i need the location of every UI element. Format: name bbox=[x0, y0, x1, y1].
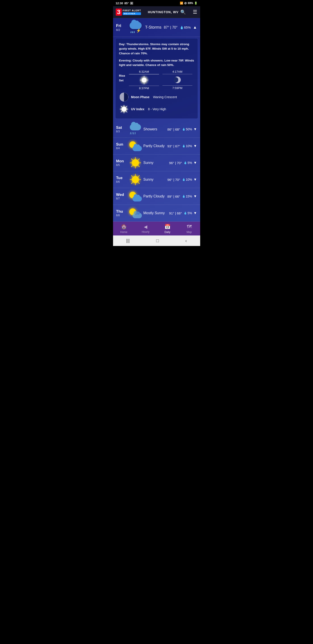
moon-icon bbox=[174, 76, 181, 84]
forecast-temps: 91° | 68° bbox=[169, 211, 182, 215]
map-icon: 🗺 bbox=[187, 224, 192, 230]
forecast-condition: Mostly Sunny bbox=[143, 211, 169, 215]
header-location: HUNTINGTON, WV 🔍 bbox=[148, 10, 186, 15]
sun-icon bbox=[140, 76, 148, 84]
precip-icon: 💧 bbox=[182, 144, 185, 148]
forecast-day-date: 8/5 bbox=[116, 164, 127, 166]
svg-line-5 bbox=[126, 111, 127, 112]
uv-sun-icon bbox=[120, 105, 128, 113]
forecast-temps: 96° | 70° bbox=[167, 178, 180, 182]
expand-chevron[interactable]: ▼ bbox=[194, 127, 197, 131]
forecast-day-info: Sun 8/4 bbox=[116, 142, 127, 150]
location-text: HUNTINGTON, WV bbox=[148, 10, 179, 14]
forecast-row[interactable]: Thu 8/8 Mostly Sunny 91° | 68° 💧 5% ▼ bbox=[113, 205, 200, 222]
forecast-day-date: 8/3 bbox=[116, 130, 127, 133]
sun-rays-svg bbox=[130, 174, 141, 185]
precip-value: 15% bbox=[186, 194, 192, 198]
precip-icon: 💧 bbox=[182, 178, 185, 181]
forecast-row[interactable]: Mon 8/5 Sunny 96° | 70° 💧 bbox=[113, 154, 200, 171]
rain-line bbox=[135, 132, 136, 134]
sun-rays-svg bbox=[130, 157, 141, 168]
precip-value: 5% bbox=[187, 161, 192, 164]
forecast-row[interactable]: Sat 8/3 Showers 86° | 68° 💧 50% ▼ bbox=[113, 121, 200, 138]
cloud-front bbox=[132, 146, 142, 151]
forecast-day-name: Thu bbox=[116, 209, 127, 214]
forecast-precip: 💧 15% bbox=[182, 194, 192, 198]
sun-moon-section: Rise Set 6:32AM bbox=[119, 70, 194, 90]
expand-chevron[interactable]: ▼ bbox=[194, 194, 197, 198]
moon-divider-top bbox=[162, 74, 192, 74]
home-button[interactable]: □ bbox=[156, 238, 159, 243]
nav-hourly[interactable]: ◀ Hourly bbox=[135, 224, 157, 234]
forecast-day-name: Sat bbox=[116, 126, 127, 130]
collapse-chevron[interactable]: ▲ bbox=[193, 25, 197, 30]
svg-line-7 bbox=[121, 111, 122, 112]
day-description-text: Thunderstorms. Storms may contain strong… bbox=[119, 42, 189, 55]
battery-icon: 🔋 bbox=[194, 2, 198, 5]
status-bar: 12:30 85° ✕ 📶 ⊘ 69% 🔋 bbox=[113, 0, 200, 6]
weather-badge: WEATHER bbox=[123, 12, 141, 15]
menu-icon[interactable]: ☰ bbox=[193, 10, 197, 14]
channel-number: 3 bbox=[117, 9, 121, 15]
expand-chevron[interactable]: ▼ bbox=[194, 144, 197, 148]
expand-chevron[interactable]: ▼ bbox=[194, 161, 197, 165]
header-right[interactable]: ☰ bbox=[193, 10, 197, 14]
cloud-front bbox=[132, 213, 142, 218]
sunny-icon bbox=[130, 157, 141, 168]
expand-chevron[interactable]: ▼ bbox=[194, 178, 197, 182]
set-label: Set bbox=[119, 79, 125, 82]
current-weather-icon: ⚡ bbox=[128, 21, 143, 34]
expand-chevron[interactable]: ▼ bbox=[194, 211, 197, 215]
forecast-row[interactable]: Tue 8/6 Sunny 96° | 70° 💧 bbox=[113, 171, 200, 188]
uv-rays-svg bbox=[120, 105, 128, 113]
forecast-temps: 93° | 67° bbox=[167, 144, 180, 148]
rain-drop bbox=[134, 31, 134, 33]
daily-icon: 📅 bbox=[164, 224, 170, 230]
precip-value: 50% bbox=[186, 128, 192, 131]
moon-phase-icon bbox=[119, 92, 128, 102]
forecast-day-date: 8/8 bbox=[116, 214, 127, 217]
main-content: Fri 8/2 ⚡ T-Storms 87° | 70° 💧 65% bbox=[113, 18, 200, 222]
back-button[interactable]: ‹ bbox=[185, 238, 187, 243]
bottom-nav: 🏠 Home ◀ Hourly 📅 Daily 🗺 Map bbox=[113, 222, 200, 236]
uv-value: 8 - Very High bbox=[148, 107, 166, 111]
thunderstorm-icon: ⚡ bbox=[128, 22, 143, 33]
rain-drop bbox=[132, 31, 133, 33]
current-day-row[interactable]: Fri 8/2 ⚡ T-Storms 87° | 70° 💧 65% bbox=[113, 18, 200, 37]
app-header: 3 FIRST ALERT WEATHER HUNTINGTON, WV 🔍 ☰ bbox=[113, 6, 200, 18]
forecast-row[interactable]: Sun 8/4 Partly Cloudy 93° | 67° 💧 10% ▼ bbox=[113, 138, 200, 154]
nav-home[interactable]: 🏠 Home bbox=[113, 224, 135, 234]
moon-phase-value: Waning Crescent bbox=[153, 95, 177, 99]
partly-cloudy-icon bbox=[129, 191, 142, 202]
uv-icon-container bbox=[119, 104, 129, 114]
moon-phase-row: Moon Phase Waning Crescent bbox=[119, 92, 194, 102]
recent-apps-button[interactable]: ||| bbox=[126, 238, 130, 243]
nav-hourly-label: Hourly bbox=[142, 230, 149, 234]
nav-map[interactable]: 🗺 Map bbox=[178, 224, 200, 234]
home-icon: 🏠 bbox=[121, 224, 127, 230]
forecast-temps: 96° | 70° bbox=[169, 161, 182, 165]
status-x-icon: ✕ bbox=[130, 2, 133, 5]
precip-value: 10% bbox=[186, 144, 192, 148]
rain-drops bbox=[131, 31, 134, 33]
forecast-row[interactable]: Wed 8/7 Partly Cloudy 89° | 66° 💧 15% ▼ bbox=[113, 188, 200, 205]
forecast-icon bbox=[129, 124, 142, 134]
forecast-day-info: Wed 8/7 bbox=[116, 192, 127, 200]
sun-set-time: 8:37PM bbox=[139, 86, 149, 90]
sun-divider-top bbox=[129, 74, 159, 74]
svg-line-15 bbox=[131, 166, 133, 167]
forecast-icon bbox=[129, 191, 142, 202]
nav-daily[interactable]: 📅 Daily bbox=[157, 224, 179, 234]
cloud-front bbox=[132, 196, 142, 202]
forecast-condition: Showers bbox=[143, 127, 168, 131]
forecast-day-date: 8/7 bbox=[116, 197, 127, 200]
moon-divider-bottom bbox=[162, 86, 192, 86]
forecast-precip: 💧 50% bbox=[182, 128, 192, 131]
forecast-icon bbox=[129, 141, 142, 151]
signal-icon: ⊘ bbox=[184, 1, 187, 5]
search-icon[interactable]: 🔍 bbox=[180, 10, 186, 15]
svg-line-4 bbox=[121, 106, 122, 107]
logo-box: 3 bbox=[116, 8, 122, 16]
sunny-icon bbox=[130, 174, 141, 185]
precip-value: 5% bbox=[187, 211, 192, 215]
